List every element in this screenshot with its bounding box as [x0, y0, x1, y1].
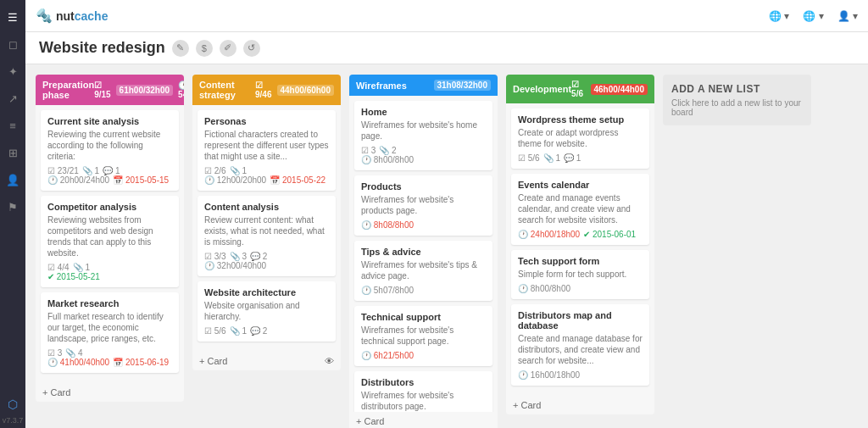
card-time-meta: 🕐 20h00/24h00 📅 2015-05-15 [47, 175, 172, 185]
card-time-meta: 🕐 8h00/8h00 [361, 155, 486, 164]
card-desc: Full market research to identify our tar… [47, 311, 172, 344]
card-desc: Fictional characters created to represen… [204, 129, 329, 162]
tasks-meta: ☑ 4/4 [47, 263, 70, 272]
card-desc: Create or adapt wordpress theme for webs… [518, 127, 643, 149]
time-stat: 44h00/60h00 [277, 85, 335, 96]
main-content: 🔩 nutcache 🌐 ▾ 🌐 ▾ 👤 ▾ Website redesign … [25, 0, 868, 428]
add-card-wireframes[interactable]: + Card [349, 412, 498, 428]
card-desc: Website organisation and hierarchy. [204, 300, 329, 322]
pencil-icon[interactable]: ✐ [220, 40, 236, 57]
card-meta: ☑ 4/4 📎 1 [47, 263, 172, 272]
list-body-wireframes: Home Wireframes for website's home page.… [349, 96, 498, 412]
card-title: Competitor analysis [47, 202, 172, 212]
list-header-preparation: Preparation phase ☑ 9/15 61h00/32h00 🕐 5… [36, 75, 184, 105]
add-card-label[interactable]: + Card [199, 356, 227, 366]
card-time-meta: 🕐 16h00/18h00 [518, 370, 643, 380]
card-tech-form[interactable]: Tech support form Simple form for tech s… [511, 250, 649, 299]
attach-meta: 📎 3 [230, 252, 247, 261]
card-meta: ☑ 2/6 📎 1 [204, 166, 329, 175]
nav-right: 🌐 ▾ 🌐 ▾ 👤 ▾ [769, 10, 858, 22]
sidebar-share-icon[interactable]: ↗ [3, 88, 23, 108]
time-meta: 🕐 16h00/18h00 [518, 370, 580, 380]
logo-text: nutcache [56, 9, 108, 23]
sidebar-home-icon[interactable]: ☰ [3, 7, 23, 27]
sidebar-grid-icon[interactable]: ⊞ [3, 142, 23, 163]
card-desc: Wireframes for website's home page. [361, 120, 486, 142]
card-products[interactable]: Products Wireframes for website's produc… [354, 175, 492, 236]
add-new-list[interactable]: ADD A NEW LIST Click here to add a new l… [663, 75, 811, 125]
card-title: Market research [47, 298, 172, 308]
tasks-meta: ☑ 23/21 [47, 166, 79, 175]
card-title: Website architecture [204, 287, 329, 297]
card-title: Products [361, 181, 486, 192]
refresh-icon[interactable]: ↺ [243, 40, 260, 57]
card-tech-support-wire[interactable]: Technical support Wireframes for website… [354, 306, 492, 366]
attach-meta: 📎 1 [230, 166, 247, 175]
sidebar-board-icon[interactable]: ◻ [3, 34, 23, 54]
network-nav[interactable]: 🌐 ▾ [803, 10, 823, 22]
card-market[interactable]: Market research Full market research to … [41, 292, 179, 373]
add-card-development[interactable]: + Card [506, 396, 654, 414]
stats-content: ☑ 9/46 44h00/60h00 [255, 81, 334, 99]
board-header: Website redesign ✎ $ ✐ ↺ [25, 32, 868, 64]
card-desc: Wireframes for website's technical suppo… [361, 325, 486, 347]
tasks-stat: ☑ 9/15 [94, 81, 110, 99]
total-stat: 🕐 545.00 [178, 81, 184, 99]
sidebar-flag-icon[interactable]: ⚑ [3, 197, 23, 217]
card-competitor[interactable]: Competitor analysis Reviewing websites f… [41, 196, 179, 287]
card-desc: Create and manage database for distribut… [518, 333, 643, 366]
card-meta: ☑ 3/3 📎 3 💬 2 [204, 252, 329, 261]
time-meta: 🕐 6h21/5h00 [361, 351, 414, 360]
card-content-analysis[interactable]: Content analysis Review current content:… [198, 196, 336, 276]
list-title-preparation: Preparation phase [42, 80, 94, 100]
card-title: Technical support [361, 312, 486, 322]
board-title: Website redesign [39, 39, 165, 57]
date-meta: 📅 2015-05-22 [270, 175, 326, 185]
sidebar-users-icon[interactable]: 👤 [3, 170, 23, 190]
card-wp-theme[interactable]: Wordpress theme setup Create or adapt wo… [511, 108, 649, 169]
card-time-meta: 🕐 8h08/8h00 [361, 220, 486, 230]
card-tips[interactable]: Tips & advice Wireframes for website's t… [354, 241, 492, 301]
time-meta: 🕐 20h00/24h00 [47, 175, 109, 185]
card-home[interactable]: Home Wireframes for website's home page.… [354, 101, 492, 170]
card-personas[interactable]: Personas Fictional characters created to… [198, 110, 336, 191]
time-stat: 61h00/32h00 [116, 85, 174, 96]
top-nav: 🔩 nutcache 🌐 ▾ 🌐 ▾ 👤 ▾ [25, 0, 868, 32]
card-title: Current site analysis [47, 116, 172, 126]
edit-icon[interactable]: ✎ [172, 40, 189, 57]
card-distributors-wire[interactable]: Distributors Wireframes for website's di… [354, 371, 492, 412]
version-label: v7.3.7 [3, 416, 24, 425]
card-title: Events calendar [518, 180, 643, 190]
logo: 🔩 nutcache [36, 8, 108, 24]
attach-meta: 📎 1 [543, 153, 560, 163]
tasks-meta: ☑ 5/6 [518, 153, 540, 163]
user-nav[interactable]: 👤 ▾ [837, 10, 858, 22]
attach-meta: 📎 4 [65, 348, 82, 358]
add-card-preparation[interactable]: + Card [36, 383, 184, 402]
card-title: Tech support form [518, 256, 643, 266]
eye-icon[interactable]: 👁 [325, 356, 334, 366]
card-meta: ☑ 23/21 📎 1 💬 1 [47, 166, 172, 175]
time-meta: 🕐 8h00/8h00 [361, 155, 414, 164]
add-list-title: ADD A NEW LIST [671, 83, 803, 95]
sidebar-bottom-icon: ⬡ [8, 397, 18, 411]
list-body-preparation: Current site analysis Reviewing the curr… [36, 105, 184, 383]
sidebar-star-icon[interactable]: ✦ [3, 61, 23, 81]
attach-meta: 📎 1 [82, 166, 99, 175]
card-architecture[interactable]: Website architecture Website organisatio… [198, 281, 336, 342]
card-distributors-db[interactable]: Distributors map and database Create and… [511, 304, 649, 386]
card-time-meta: 🕐 5h07/8h00 [361, 286, 486, 295]
comments-meta: 💬 2 [250, 326, 267, 336]
attach-meta: 📎 1 [230, 326, 247, 336]
add-card-content[interactable]: + Card 👁 [192, 352, 341, 370]
sidebar-list-icon[interactable]: ≡ [3, 115, 23, 136]
add-list-desc: Click here to add a new list to your boa… [671, 98, 803, 117]
card-meta: ☑ 3 📎 4 [47, 348, 172, 358]
card-time-meta: 🕐 32h00/40h00 [204, 261, 329, 270]
card-meta: ☑ 3 📎 2 [361, 146, 486, 155]
card-current-site[interactable]: Current site analysis Reviewing the curr… [41, 110, 179, 191]
globe-nav[interactable]: 🌐 ▾ [769, 10, 789, 22]
dollar-icon[interactable]: $ [196, 40, 213, 57]
card-events[interactable]: Events calendar Create and manage events… [511, 174, 649, 245]
card-title: Wordpress theme setup [518, 114, 643, 125]
